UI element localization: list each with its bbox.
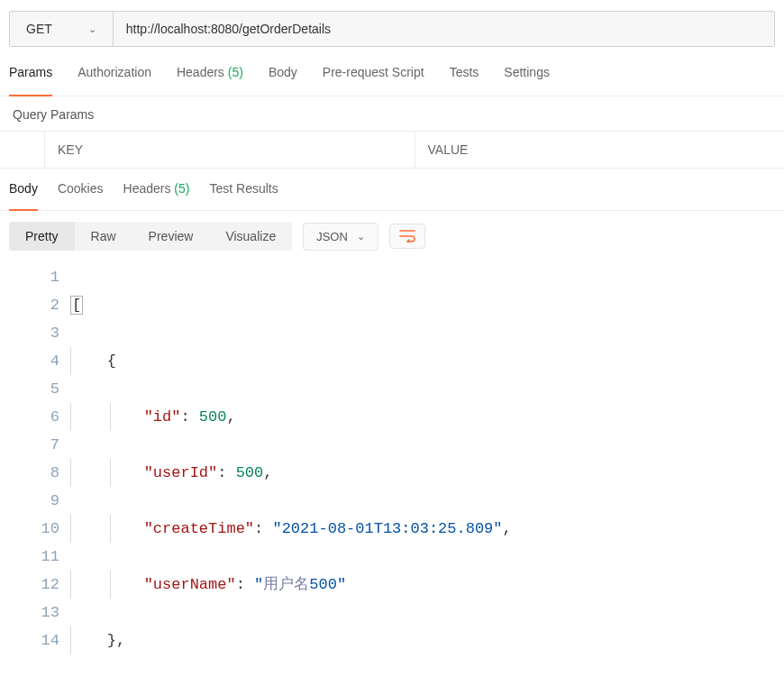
tab-authorization[interactable]: Authorization: [77, 65, 151, 87]
tab-params[interactable]: Params: [9, 65, 52, 87]
format-label: JSON: [316, 230, 348, 243]
view-pretty[interactable]: Pretty: [9, 222, 75, 251]
kv-header-row: KEY VALUE: [0, 132, 784, 169]
view-controls: Pretty Raw Preview Visualize JSON ⌄: [0, 211, 784, 261]
line-gutter: 1 2 3 4 5 6 7 8 9 10 11 12 13 14: [0, 261, 70, 677]
tab-label: Tests: [450, 65, 479, 79]
rtab-headers[interactable]: Headers (5): [123, 181, 190, 203]
code-line: "id": 500,: [70, 403, 784, 431]
line-number: 5: [0, 375, 59, 403]
tab-body[interactable]: Body: [269, 65, 297, 87]
line-number: 12: [0, 571, 59, 599]
code-line: "createTime": "2021-08-01T13:03:25.809",: [70, 515, 784, 543]
seg-label: Preview: [149, 229, 194, 243]
view-mode-group: Pretty Raw Preview Visualize: [9, 222, 292, 251]
tab-label: Settings: [504, 65, 550, 79]
line-number: 4: [0, 347, 59, 375]
json-key: userName: [153, 576, 227, 593]
tab-label: Pre-request Script: [323, 65, 424, 79]
view-preview[interactable]: Preview: [132, 222, 210, 251]
request-tabs: Params Authorization Headers (5) Body Pr…: [0, 52, 784, 96]
wrap-lines-button[interactable]: [389, 224, 425, 249]
rtab-count: (5): [174, 181, 189, 196]
line-number: 11: [0, 543, 59, 571]
tab-headers[interactable]: Headers (5): [177, 65, 243, 87]
rtab-label: Cookies: [58, 181, 104, 196]
line-number: 8: [0, 459, 59, 487]
json-key: id: [153, 408, 171, 425]
seg-label: Pretty: [25, 229, 59, 243]
rtab-cookies[interactable]: Cookies: [58, 181, 104, 203]
rtab-label: Test Results: [209, 181, 278, 196]
line-number: 7: [0, 431, 59, 459]
chevron-down-icon: ⌄: [357, 231, 365, 242]
json-value: 2021-08-01T13:03:25.809: [282, 520, 494, 537]
line-number: 10: [0, 515, 59, 543]
wrap-icon: [399, 230, 415, 242]
code-content: [ { "id": 500, "userId": 500, "createTim…: [70, 261, 784, 677]
code-line: [: [70, 291, 784, 319]
json-value-prefix: 用户名: [263, 576, 309, 593]
line-number: 2: [0, 291, 59, 319]
kv-key-header: KEY: [45, 132, 415, 168]
line-number: 3: [0, 319, 59, 347]
tab-tests[interactable]: Tests: [450, 65, 479, 87]
view-visualize[interactable]: Visualize: [209, 222, 292, 251]
tab-label: Body: [269, 65, 297, 79]
seg-label: Visualize: [225, 229, 276, 243]
kv-value-header: VALUE: [415, 132, 785, 168]
rtab-label: Body: [9, 181, 38, 196]
kv-gutter: [0, 132, 45, 168]
request-bar: GET ⌄: [9, 11, 775, 47]
url-input[interactable]: [114, 12, 774, 46]
line-number: 1: [0, 263, 59, 291]
tab-settings[interactable]: Settings: [504, 65, 550, 87]
format-select[interactable]: JSON ⌄: [303, 223, 378, 251]
line-number: 6: [0, 403, 59, 431]
rtab-body[interactable]: Body: [9, 181, 38, 203]
tab-count: (5): [228, 65, 243, 79]
code-line: "userId": 500,: [70, 459, 784, 487]
http-method-select[interactable]: GET ⌄: [10, 12, 114, 46]
json-value-suffix: 500: [309, 576, 337, 593]
query-params-heading: Query Params: [0, 96, 784, 132]
code-line: },: [70, 627, 784, 654]
tab-label: Headers: [177, 65, 224, 79]
line-number: 14: [0, 627, 59, 654]
json-value: 500: [236, 464, 264, 481]
seg-label: Raw: [91, 229, 116, 243]
chevron-down-icon: ⌄: [88, 23, 96, 35]
rtab-label: Headers: [123, 181, 171, 196]
response-body-code[interactable]: 1 2 3 4 5 6 7 8 9 10 11 12 13 14 [ { "id…: [0, 261, 784, 677]
tab-label: Params: [9, 65, 52, 79]
json-key: userId: [153, 464, 208, 481]
line-number: 13: [0, 599, 59, 627]
http-method-label: GET: [26, 22, 52, 36]
response-tabs: Body Cookies Headers (5) Test Results: [0, 169, 784, 211]
view-raw[interactable]: Raw: [75, 222, 132, 251]
tab-prerequest[interactable]: Pre-request Script: [323, 65, 424, 87]
rtab-testresults[interactable]: Test Results: [209, 181, 278, 203]
code-line: {: [70, 347, 784, 375]
line-number: 9: [0, 487, 59, 515]
tab-label: Authorization: [77, 65, 151, 79]
code-line: "userName": "用户名500": [70, 571, 784, 599]
json-value: 500: [199, 408, 227, 425]
json-key: createTime: [153, 520, 245, 537]
